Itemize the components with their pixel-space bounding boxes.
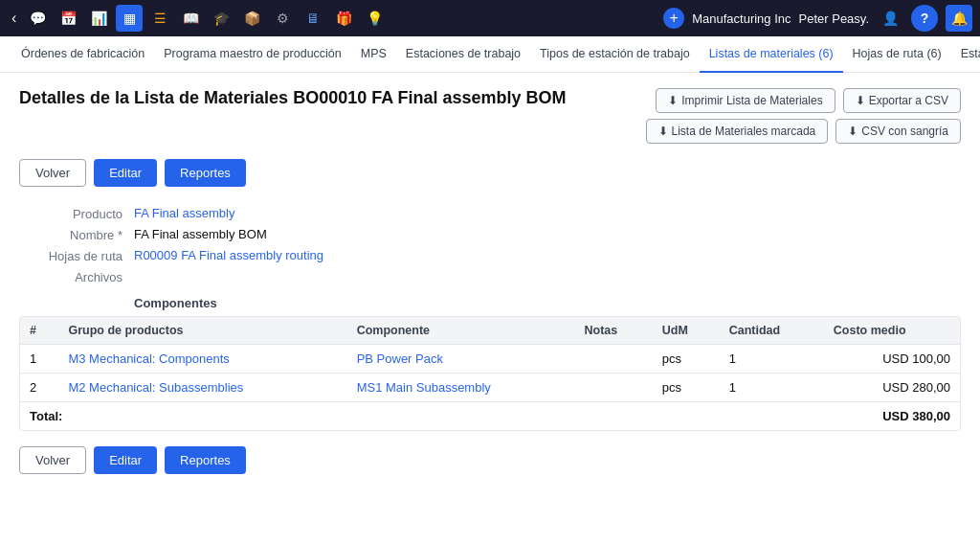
nav-mps[interactable]: MPS (351, 36, 396, 73)
reportes-button-bottom[interactable]: Reportes (165, 446, 246, 474)
nombre-value: FA Final assembly BOM (134, 227, 267, 241)
topbar-icons: 💬 📅 📊 ▦ ☰ 📖 🎓 📦 ⚙ 🖥 🎁 💡 (24, 5, 659, 32)
imprimir-button[interactable]: ⬇ Imprimir Lista de Materiales (656, 88, 835, 113)
reportes-button-top[interactable]: Reportes (165, 159, 246, 187)
cell-num: 1 (20, 345, 58, 374)
download-sangria-icon: ⬇ (848, 125, 858, 138)
form-section: Producto FA Final assembly Nombre * FA F… (19, 206, 961, 284)
lista-marcada-button[interactable]: ⬇ Lista de Materiales marcada (646, 119, 829, 144)
discuss-icon[interactable]: 💬 (24, 5, 51, 32)
table-header-row: # Grupo de productos Componente Notas Ud… (20, 317, 960, 345)
chart-icon[interactable]: 📊 (85, 5, 112, 32)
total-label: Total: (20, 402, 824, 431)
cell-componente[interactable]: PB Power Pack (347, 345, 575, 374)
action-row-2: ⬇ Lista de Materiales marcada ⬇ CSV con … (646, 119, 961, 144)
page-title-row: Detalles de la Lista de Materiales BO000… (19, 88, 961, 144)
archivos-label: Archivos (19, 269, 134, 284)
col-notas: Notas (575, 317, 653, 345)
download-csv-icon: ⬇ (856, 94, 865, 107)
cell-componente[interactable]: MS1 Main Subassembly (347, 374, 575, 402)
download-marcada-icon: ⬇ (658, 125, 668, 138)
col-cantidad: Cantidad (720, 317, 824, 345)
hat-icon[interactable]: 🎓 (208, 5, 234, 32)
table-row: 2 M2 Mechanical: Subassemblies MS1 Main … (20, 374, 960, 402)
editar-button-bottom[interactable]: Editar (94, 446, 157, 474)
total-value: USD 380,00 (824, 402, 960, 431)
volver-button-bottom[interactable]: Volver (19, 446, 86, 474)
cell-udm: pcs (653, 374, 720, 402)
nav-ordenes[interactable]: Órdenes de fabricación (11, 36, 154, 73)
action-buttons-top: ⬇ Imprimir Lista de Materiales ⬇ Exporta… (646, 88, 961, 144)
cell-cantidad: 1 (720, 374, 824, 402)
monitor-icon[interactable]: 🖥 (300, 5, 326, 32)
user-name: Peter Peasy. (799, 11, 869, 26)
cell-grupo[interactable]: M2 Mechanical: Subassemblies (58, 374, 346, 402)
action-buttons-main: Volver Editar Reportes (19, 159, 961, 187)
table-total-row: Total: USD 380,00 (20, 402, 960, 431)
add-button[interactable]: + (663, 8, 684, 29)
main-content: Detalles de la Lista de Materiales BO000… (0, 73, 980, 509)
download-icon: ⬇ (668, 94, 678, 107)
action-buttons-bottom: Volver Editar Reportes (19, 446, 961, 474)
bulb-icon[interactable]: 💡 (361, 5, 388, 32)
nav-listas[interactable]: Listas de materiales (6) (700, 36, 843, 73)
csv-sangria-button[interactable]: ⬇ CSV con sangría (835, 119, 961, 144)
nav-hojas[interactable]: Hojas de ruta (6) (843, 36, 951, 73)
components-table-wrapper: # Grupo de productos Componente Notas Ud… (19, 316, 961, 431)
col-udm: UdM (653, 317, 720, 345)
cell-costo: USD 280,00 (824, 374, 960, 402)
col-costo: Costo medio (824, 317, 960, 345)
inventory-icon[interactable]: 📦 (238, 5, 265, 32)
hojas-ruta-value[interactable]: R00009 FA Final assembly routing (134, 248, 323, 262)
producto-label: Producto (19, 206, 134, 221)
exportar-csv-button[interactable]: ⬇ Exportar a CSV (843, 88, 961, 113)
action-row-1: ⬇ Imprimir Lista de Materiales ⬇ Exporta… (656, 88, 961, 113)
components-header: Componentes (19, 296, 961, 310)
form-row-nombre: Nombre * FA Final assembly BOM (19, 227, 961, 242)
cell-grupo[interactable]: M3 Mechanical: Components (58, 345, 346, 374)
topbar: ‹ 💬 📅 📊 ▦ ☰ 📖 🎓 📦 ⚙ 🖥 🎁 💡 + Manufacturin… (0, 0, 980, 36)
form-row-producto: Producto FA Final assembly (19, 206, 961, 221)
topbar-right: + Manufacturing Inc Peter Peasy. 👤 ? 🔔 (663, 5, 972, 32)
grid-icon[interactable]: ▦ (116, 5, 143, 32)
hojas-ruta-label: Hojas de ruta (19, 248, 134, 263)
col-num: # (20, 317, 58, 345)
help-button[interactable]: ? (911, 5, 938, 32)
editar-button-top[interactable]: Editar (94, 159, 157, 187)
user-icon[interactable]: 👤 (877, 5, 903, 32)
calendar-icon[interactable]: 📅 (55, 5, 81, 32)
book-icon[interactable]: 📖 (177, 5, 204, 32)
col-grupo: Grupo de productos (58, 317, 346, 345)
table-row: 1 M3 Mechanical: Components PB Power Pac… (20, 345, 960, 374)
cell-cantidad: 1 (720, 345, 824, 374)
cell-num: 2 (20, 374, 58, 402)
form-row-archivos: Archivos (19, 269, 961, 284)
nombre-label: Nombre * (19, 227, 134, 242)
back-arrow[interactable]: ‹ (8, 10, 20, 27)
list-icon[interactable]: ☰ (146, 5, 173, 32)
nav-programa[interactable]: Programa maestro de producción (154, 36, 351, 73)
page-title: Detalles de la Lista de Materiales BO000… (19, 88, 567, 108)
cell-notas (575, 345, 653, 374)
gift-icon[interactable]: 🎁 (330, 5, 357, 32)
company-name: Manufacturing Inc (692, 11, 791, 26)
cell-udm: pcs (653, 345, 720, 374)
components-table: # Grupo de productos Componente Notas Ud… (20, 317, 960, 430)
form-row-hojas: Hojas de ruta R00009 FA Final assembly r… (19, 248, 961, 263)
cell-costo: USD 100,00 (824, 345, 960, 374)
settings-icon[interactable]: ⚙ (269, 5, 296, 32)
nav-tipos-estaciones[interactable]: Tipos de estación de trabajo (530, 36, 700, 73)
cell-notas (575, 374, 653, 402)
nav-estaciones[interactable]: Estaciones de trabajo (396, 36, 530, 73)
producto-value[interactable]: FA Final assembly (134, 206, 235, 220)
notification-button[interactable]: 🔔 (946, 5, 972, 32)
navbar: Órdenes de fabricación Programa maestro … (0, 36, 980, 73)
volver-button-top[interactable]: Volver (19, 159, 86, 187)
col-componente: Componente (347, 317, 575, 345)
nav-estadistica[interactable]: Estadística (951, 36, 980, 73)
